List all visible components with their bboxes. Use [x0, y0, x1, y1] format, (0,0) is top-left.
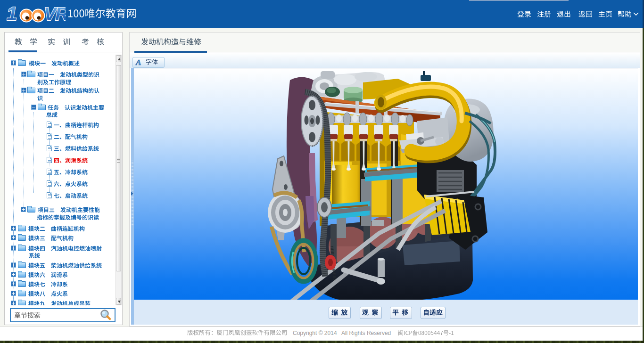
svg-text:VR: VR [44, 4, 66, 24]
svg-text:1: 1 [7, 4, 17, 24]
svg-text:A: A [135, 58, 141, 66]
